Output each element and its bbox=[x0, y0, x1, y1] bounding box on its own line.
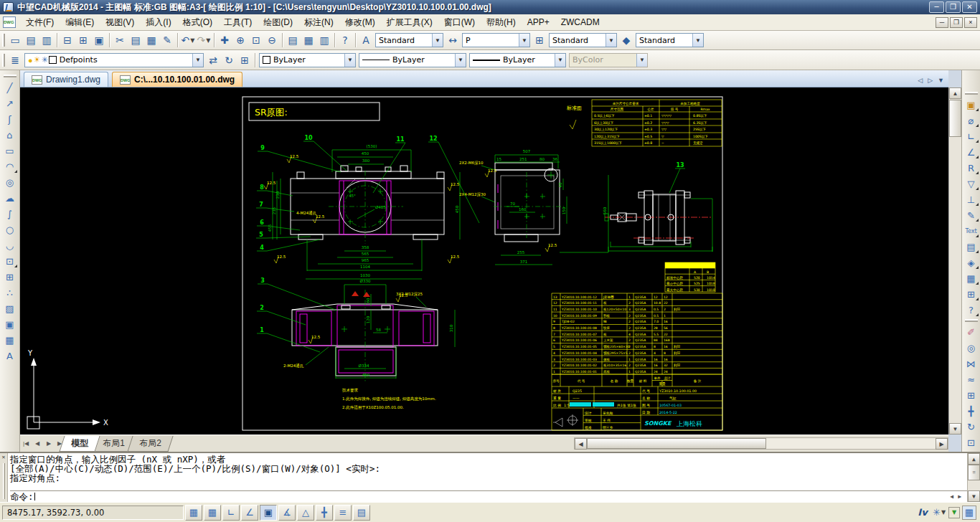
chevron-down-icon[interactable]: ▼ bbox=[555, 54, 565, 67]
mdi-minimize-button[interactable]: ─ bbox=[936, 17, 948, 28]
status-toggle-ortho[interactable]: ∟ bbox=[222, 505, 240, 521]
undo-button[interactable]: ↶▼ bbox=[180, 32, 196, 48]
scroll-up-icon[interactable]: ▲ bbox=[949, 87, 961, 99]
text-style-combo[interactable]: Standard▼ bbox=[375, 33, 443, 47]
scale-button[interactable]: ⊡ bbox=[963, 435, 980, 450]
status-toggle-grid[interactable]: ▦ bbox=[204, 505, 221, 521]
copy-button[interactable]: ◎ bbox=[963, 340, 980, 356]
linetype-combo[interactable]: ByLayer ▼ bbox=[359, 53, 466, 67]
dim-style-icon[interactable]: ↔ bbox=[445, 32, 461, 48]
status-toggle-dyn[interactable]: ╋ bbox=[316, 505, 333, 521]
print-preview-button[interactable]: ⊞ bbox=[75, 32, 91, 48]
publish-button[interactable]: ▣ bbox=[91, 32, 107, 48]
mdi-restore-button[interactable]: ❐ bbox=[950, 17, 963, 28]
menu-express[interactable]: 扩展工具(X) bbox=[381, 14, 438, 31]
fullscreen-icon[interactable]: ▦ bbox=[962, 506, 976, 520]
first-tab-icon[interactable]: |◀ bbox=[20, 438, 32, 450]
ellipse-arc-button[interactable]: ◡ bbox=[1, 237, 19, 253]
rotate-button[interactable]: ↻ bbox=[963, 419, 980, 435]
menu-modify[interactable]: 修改(M) bbox=[339, 14, 381, 31]
pan-button[interactable]: ✚ bbox=[217, 32, 232, 48]
revision-cloud-button[interactable]: ☁ bbox=[1, 190, 19, 206]
save-button[interactable]: ▥ bbox=[39, 32, 55, 48]
scroll-right-icon[interactable]: ▶ bbox=[936, 438, 948, 450]
point-button[interactable]: ∴ bbox=[1, 285, 19, 300]
status-toggle-osnap[interactable]: ▣ bbox=[260, 505, 277, 521]
minimize-button[interactable]: ─ bbox=[929, 1, 944, 13]
tab-model[interactable]: 模型 bbox=[59, 436, 100, 452]
create-block-button[interactable]: ⊞ bbox=[1, 269, 19, 285]
menu-format[interactable]: 格式(O) bbox=[177, 14, 218, 31]
mirror-button[interactable]: ⋈ bbox=[963, 356, 980, 371]
chevron-down-icon[interactable]: ▼ bbox=[692, 34, 703, 47]
circle-button[interactable]: ◎ bbox=[1, 174, 19, 190]
menu-tools[interactable]: 工具(T) bbox=[218, 14, 258, 31]
chevron-down-icon[interactable]: ▼ bbox=[455, 54, 466, 67]
toolbar-grip[interactable] bbox=[2, 54, 5, 67]
ellipse-button[interactable]: ○ bbox=[1, 222, 19, 237]
mleader-style-combo[interactable]: Standard▼ bbox=[636, 33, 704, 47]
rectangle-button[interactable]: ▭ bbox=[1, 143, 19, 158]
status-toggle-lineweight[interactable]: ≡ bbox=[334, 505, 352, 521]
menu-file[interactable]: 文件(F) bbox=[20, 14, 60, 31]
copy-clip-button[interactable]: ▤ bbox=[128, 32, 143, 48]
line-button[interactable]: ╱ bbox=[1, 80, 19, 95]
toolbar-grip[interactable] bbox=[965, 92, 978, 95]
tab-list-icon[interactable]: ▼ bbox=[938, 77, 944, 84]
make-layer-current-button[interactable]: ⇄ bbox=[205, 52, 221, 68]
menu-zwcadm[interactable]: ZWCADM bbox=[555, 15, 606, 29]
menu-dimension[interactable]: 标注(N) bbox=[298, 14, 339, 31]
status-toggle-snap[interactable]: ▦ bbox=[185, 505, 202, 521]
block-attribute-button[interactable]: ▤ bbox=[963, 239, 980, 255]
chevron-down-icon[interactable]: ▼ bbox=[432, 34, 443, 47]
dim-edit-button[interactable]: ✎ bbox=[963, 207, 980, 223]
cad-drawing[interactable]: SR原图: 标准图 未注尺寸公差要求 未加工粗糙度 尺寸范围 公差 符 号 Rm… bbox=[20, 87, 948, 435]
scroll-down-icon[interactable]: ▼ bbox=[949, 423, 961, 435]
erase-button[interactable]: ✐ bbox=[963, 324, 980, 340]
tab-layout2[interactable]: 布局2 bbox=[127, 436, 173, 452]
next-tab-icon[interactable]: ▶ bbox=[43, 438, 55, 450]
table-button[interactable]: ▦ bbox=[1, 332, 19, 348]
polyline-button[interactable]: ʃ bbox=[1, 111, 19, 127]
status-toggle-otrack[interactable]: ∡ bbox=[278, 505, 296, 521]
zoom-window-button[interactable]: ⊡ bbox=[248, 32, 264, 48]
copy-table-button[interactable]: ⊞ bbox=[963, 286, 980, 302]
zoom-previous-button[interactable]: ⊖ bbox=[264, 32, 280, 48]
redo-button[interactable]: ↷▼ bbox=[196, 32, 212, 48]
menu-view[interactable]: 视图(V) bbox=[100, 14, 140, 31]
hscroll-thumb[interactable] bbox=[587, 438, 766, 449]
help-button[interactable]: ? bbox=[337, 32, 353, 48]
menu-insert[interactable]: 插入(I) bbox=[140, 14, 176, 31]
tolerance-button[interactable]: ▽ bbox=[963, 176, 980, 191]
cut-button[interactable]: ✂ bbox=[112, 32, 128, 48]
table-style-icon[interactable]: ⊞ bbox=[532, 32, 547, 48]
cmd-next-icon[interactable]: ▶ bbox=[958, 491, 961, 502]
region-button[interactable]: ▣ bbox=[1, 316, 19, 332]
chevron-down-icon[interactable]: ▼ bbox=[192, 54, 203, 67]
smart-dimension-button[interactable]: ▣ bbox=[963, 97, 980, 113]
maximize-button[interactable]: ❐ bbox=[946, 1, 961, 13]
lineweight-combo[interactable]: ByLayer ▼ bbox=[469, 53, 566, 67]
mdi-close-button[interactable]: × bbox=[964, 17, 977, 28]
text-style-icon[interactable]: A bbox=[358, 32, 374, 48]
mleader-style-icon[interactable]: ◆ bbox=[618, 32, 634, 48]
open-button[interactable]: ▤ bbox=[23, 32, 39, 48]
toolbar-grip[interactable] bbox=[2, 34, 5, 47]
array-button[interactable]: ⊞ bbox=[963, 387, 980, 403]
status-toggle-polar[interactable]: ∠ bbox=[241, 505, 258, 521]
doc-tab-drawing1[interactable]: Drawing1.dwg bbox=[24, 72, 108, 87]
command-history[interactable]: 指定窗口的角点，输入比例因子 (nX 或 nXP)，或者 [全部(A)/中心(C… bbox=[10, 453, 967, 490]
gear-icon[interactable]: ✳▼ bbox=[932, 506, 946, 520]
mtext-button[interactable]: A bbox=[1, 348, 19, 364]
cmd-prev-icon[interactable]: ◀ bbox=[950, 491, 953, 502]
menu-edit[interactable]: 编辑(E) bbox=[60, 14, 100, 31]
insert-block-button[interactable]: ⊡ bbox=[1, 253, 19, 269]
canvas-hscrollbar[interactable]: ◀ ▶ bbox=[574, 437, 948, 450]
toolbar-grip[interactable] bbox=[965, 319, 978, 322]
inquiry-button[interactable]: ? bbox=[963, 302, 980, 318]
prev-tab-icon[interactable]: ◀ bbox=[32, 438, 43, 450]
radius-dimension-button[interactable]: ⌀ bbox=[963, 113, 980, 128]
drawing-canvas[interactable]: SR原图: 标准图 未注尺寸公差要求 未加工粗糙度 尺寸范围 公差 符 号 Rm… bbox=[20, 87, 948, 435]
layer-states-button[interactable]: ⊞ bbox=[237, 52, 253, 68]
match-properties-button[interactable]: ✎ bbox=[159, 32, 175, 48]
